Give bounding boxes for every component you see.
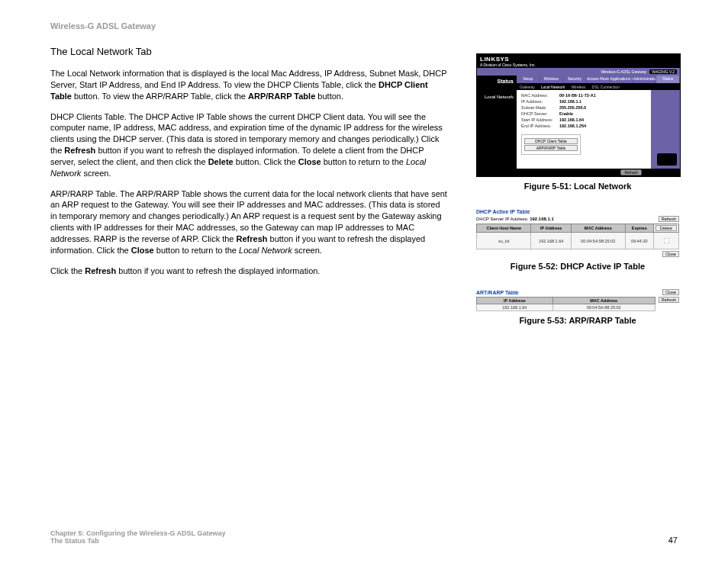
help-panel [651,90,680,169]
footer-chapter: Chapter 5: Configuring the Wireless-G AD… [50,529,225,537]
bold-refresh: Refresh [237,234,268,243]
bold-refresh: Refresh [85,266,116,275]
dhcp-table-title: DHCP Active IP Table [476,209,679,214]
label-dhcp: DHCP Server: [521,111,559,116]
cell-host: so_kit [477,233,531,249]
table-row: 192.168.1.64 00:04:5A:98:25:02 [477,304,656,311]
main-content: The Local Network Tab The Local Network … [50,46,447,286]
figure-local-network-screenshot: LINKSYS A Division of Cisco Systems, Inc… [476,53,681,177]
section-side-label: Local Network [477,90,517,169]
arp-table-title: ART/RARP Table [476,290,519,295]
arp-close-button[interactable]: Close [662,289,679,295]
section-title: The Local Network Tab [50,46,447,57]
text: button to return to the [154,246,239,255]
main-tabs: Setup Wireless Security Access Restricti… [517,76,680,84]
italic-local-network: Local Network [239,246,292,255]
value-dhcp: Enable [559,111,573,116]
text: button. Click the [234,157,298,166]
paragraph-4: Click the Refresh button if you want to … [50,265,447,277]
tab-wireless[interactable]: Wireless [540,76,564,83]
value-subnet: 255.255.255.0 [559,105,586,110]
dhcp-close-button[interactable]: Close [662,251,679,257]
sub-tabs: Gateway Local Network Wireless DSL Conne… [517,84,680,90]
subtab-dsl-connection[interactable]: DSL Connection [592,85,620,89]
tab-access-restrictions[interactable]: Access Restrictions [587,76,610,83]
row-select-checkbox[interactable] [664,238,670,244]
dhcp-refresh-button[interactable]: Refresh [659,216,679,222]
cisco-logo-icon [657,153,677,166]
bold-close: Close [298,157,321,166]
text: button. To view the ARP/RARP Table, clic… [72,92,248,101]
brand-subtitle: A Division of Cisco Systems, Inc. [480,63,536,67]
value-start-ip: 192.168.1.64 [559,117,584,122]
subtab-gateway[interactable]: Gateway [520,85,535,89]
value-ip: 192.168.1.1 [559,99,581,104]
tab-setup[interactable]: Setup [517,76,540,83]
page-footer: Chapter 5: Configuring the Wireless-G AD… [50,529,678,545]
arp-refresh-button[interactable]: Refresh [659,297,679,303]
arp-table: IP Address MAC Address 192.168.1.64 00:0… [476,297,656,311]
paragraph-2: DHCP Clients Table. The DHCP Active IP T… [50,111,447,179]
tab-applications-gaming[interactable]: Applications & Gaming [610,76,633,83]
bold-arp-rarp-table: ARP/RARP Table [248,92,315,101]
footer-section: The Status Tab [50,537,99,545]
figure-52-caption: Figure 5-52: DHCP Active IP Table [476,262,679,271]
label-end-ip: End IP Address: [521,124,559,128]
dhcp-table: Client Host Name IP Address MAC Address … [476,224,679,249]
label-subnet: Subnet Mask: [521,105,559,110]
paragraph-1: The Local Network information that is di… [50,68,447,102]
bottom-bar: Refresh [477,169,680,176]
tab-security[interactable]: Security [563,76,587,83]
text: Click the [50,266,85,275]
status-label: Status [477,76,517,90]
bold-close: Close [131,246,154,255]
text: button. [315,92,343,101]
linksys-top-bar: LINKSYS A Division of Cisco Systems, Inc… [477,54,680,68]
cell-ip: 192.168.1.64 [477,304,553,311]
figure-dhcp-table-screenshot: DHCP Active IP Table DHCP Server IP Addr… [476,209,679,257]
tab-administration[interactable]: Administration [633,76,657,83]
col-ip: IP Address [477,298,553,304]
figure-arp-table-screenshot: ART/RARP Table Close IP Address MAC Addr… [476,289,679,311]
text: screen. [292,246,322,255]
text: button to return to the [321,157,406,166]
page-number: 47 [668,536,678,545]
col-client-host: Client Host Name [477,224,531,233]
firmware-label: Wireless-G ADSL Gateway [601,69,647,74]
figures-column: LINKSYS A Division of Cisco Systems, Inc… [476,53,679,337]
col-expires: Expires [625,224,653,233]
subtab-local-network[interactable]: Local Network [541,85,565,89]
cell-ip: 192.168.1.64 [531,233,571,249]
col-ip: IP Address [531,224,571,233]
figure-51-caption: Figure 5-51: Local Network [476,182,679,191]
text: screen. [81,169,111,178]
dhcp-delete-button[interactable]: Delete [656,225,677,231]
cell-expires: 09:44:20 [625,233,653,249]
bold-refresh: Refresh [64,146,95,155]
brand-logo: LINKSYS [480,56,536,63]
dhcp-server-ip-value: 192.168.1.1 [530,217,554,221]
label-mac: MAC Address: [521,93,559,98]
bold-delete: Delete [208,157,234,166]
cell-mac: 00:04:5A:98:25:02 [571,233,625,249]
value-end-ip: 192.168.1.254 [559,124,586,128]
dhcp-server-ip-label: DHCP Server IP Address: [476,217,528,221]
subtab-wireless[interactable]: Wireless [571,85,585,89]
label-ip: IP Address: [521,99,559,104]
linksys-title-bar: Wireless-G ADSL Gateway WAG54G V.2 [477,68,680,76]
model-badge: WAG54G V.2 [649,69,677,74]
table-buttons-box: DHCP Client Table ARP/RARP Table [521,134,581,155]
figure-53-caption: Figure 5-53: ARP/RARP Table [476,316,679,325]
arp-rarp-table-button[interactable]: ARP/RARP Table [524,145,578,151]
paragraph-3: ARP/RARP Table. The ARP/RARP Table shows… [50,188,447,256]
dhcp-client-table-button[interactable]: DHCP Client Table [524,138,578,144]
col-mac: MAC Address [552,298,655,304]
text: button if you want to refresh the displa… [116,266,320,275]
cell-mac: 00:04:5A:98:25:02 [552,304,655,311]
tab-status[interactable]: Status [656,76,680,83]
refresh-button[interactable]: Refresh [620,169,642,175]
header-product: Wireless-G ADSL Gateway [50,21,156,31]
label-start-ip: Start IP Address: [521,117,559,122]
col-mac: MAC Address [571,224,625,233]
table-row[interactable]: so_kit 192.168.1.64 00:04:5A:98:25:02 09… [477,233,679,249]
